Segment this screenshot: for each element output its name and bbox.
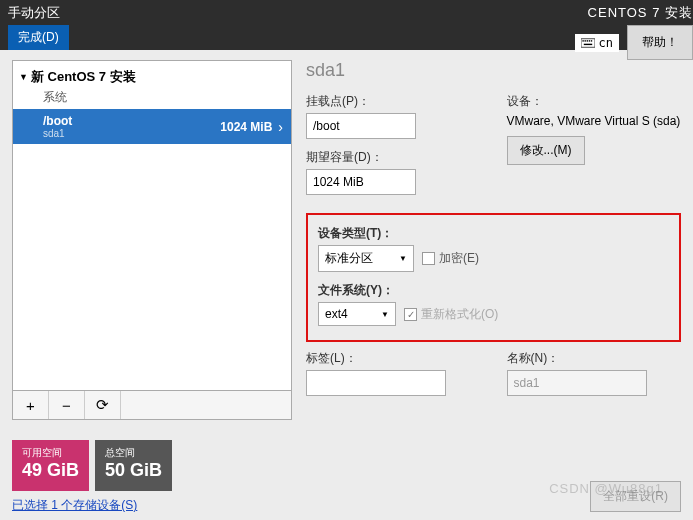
chevron-down-icon: ▼ xyxy=(381,310,389,319)
encrypt-checkbox[interactable] xyxy=(422,252,435,265)
device-type-label: 设备类型(T)： xyxy=(318,225,669,242)
available-space: 可用空间 49 GiB xyxy=(12,440,89,491)
reformat-label: 重新格式化(O) xyxy=(421,306,498,323)
encrypt-label: 加密(E) xyxy=(439,250,479,267)
mount-path: /boot xyxy=(43,114,72,128)
help-button[interactable]: 帮助！ xyxy=(627,25,693,60)
highlight-box: 设备类型(T)： 标准分区 ▼ 加密(E) 文件系统(Y)： ext4 ▼ xyxy=(306,213,681,342)
partition-toolbar: + − ⟳ xyxy=(12,391,292,420)
filesystem-select[interactable]: ext4 ▼ xyxy=(318,302,396,326)
svg-rect-5 xyxy=(590,40,591,41)
keyboard-indicator[interactable]: cn xyxy=(575,34,619,52)
partition-tree: ▼ 新 CentOS 7 安装 系统 /boot sda1 1024 MiB › xyxy=(12,60,292,391)
svg-rect-0 xyxy=(581,38,595,46)
name-label: 名称(N)： xyxy=(507,350,682,367)
remove-button[interactable]: − xyxy=(49,391,85,419)
capacity-label: 期望容量(D)： xyxy=(306,149,481,166)
storage-link[interactable]: 已选择 1 个存储设备(S) xyxy=(12,497,172,514)
reset-all-button[interactable]: 全部重设(R) xyxy=(590,481,681,512)
tree-system-label: 系统 xyxy=(13,89,291,109)
add-button[interactable]: + xyxy=(13,391,49,419)
reformat-checkbox: ✓ xyxy=(404,308,417,321)
keyboard-layout: cn xyxy=(599,36,613,50)
tag-label: 标签(L)： xyxy=(306,350,481,367)
reload-button[interactable]: ⟳ xyxy=(85,391,121,419)
svg-rect-4 xyxy=(588,40,589,41)
svg-rect-3 xyxy=(586,40,587,41)
expand-icon: ▼ xyxy=(19,72,28,82)
space-summary: 可用空间 49 GiB 总空间 50 GiB xyxy=(12,440,172,491)
done-button[interactable]: 完成(D) xyxy=(8,25,69,50)
tree-root[interactable]: ▼ 新 CentOS 7 安装 xyxy=(13,61,291,89)
chevron-right-icon: › xyxy=(278,119,283,135)
mount-device: sda1 xyxy=(43,128,72,139)
capacity-input[interactable] xyxy=(306,169,416,195)
mount-size: 1024 MiB xyxy=(220,120,272,134)
mount-input[interactable] xyxy=(306,113,416,139)
mount-label: 挂载点(P)： xyxy=(306,93,481,110)
modify-button[interactable]: 修改...(M) xyxy=(507,136,585,165)
partition-title: sda1 xyxy=(306,60,681,81)
keyboard-icon xyxy=(581,38,595,48)
chevron-down-icon: ▼ xyxy=(399,254,407,263)
partition-row-boot[interactable]: /boot sda1 1024 MiB › xyxy=(13,109,291,144)
svg-rect-2 xyxy=(584,40,585,41)
name-input xyxy=(507,370,647,396)
svg-rect-1 xyxy=(582,40,583,41)
tag-input[interactable] xyxy=(306,370,446,396)
device-text: VMware, VMware Virtual S (sda) xyxy=(507,113,682,130)
svg-rect-6 xyxy=(583,43,591,44)
page-title: 手动分区 xyxy=(8,4,69,22)
install-label: CENTOS 7 安装 xyxy=(588,4,693,22)
header: 手动分区 完成(D) CENTOS 7 安装 cn 帮助！ xyxy=(0,0,693,50)
total-space: 总空间 50 GiB xyxy=(95,440,172,491)
device-type-select[interactable]: 标准分区 ▼ xyxy=(318,245,414,272)
device-label: 设备： xyxy=(507,93,682,110)
filesystem-label: 文件系统(Y)： xyxy=(318,282,669,299)
